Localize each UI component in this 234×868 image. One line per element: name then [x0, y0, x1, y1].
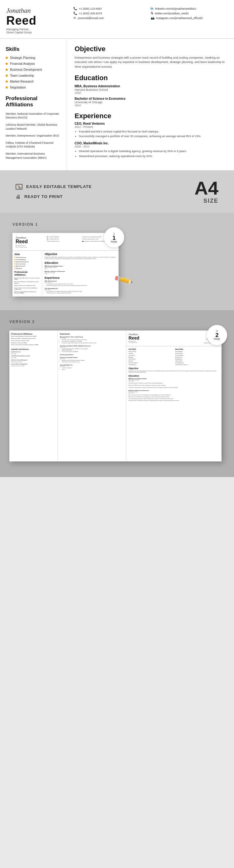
name-section: Jonathan Reed Managing Partner, Stone Ca…	[6, 7, 67, 34]
contact-phone1: 📞 +1 (555) 123-4567	[73, 7, 151, 10]
skill-dot-2	[6, 63, 8, 65]
job-1-bullets: Directed operations for a digital market…	[75, 149, 227, 158]
skill-strategic-planning: Strategic Planning	[6, 56, 62, 60]
job-0-period: 2012 - Present	[75, 125, 227, 128]
page1-badge: 1 1 PAGE	[104, 227, 124, 248]
skill-dot-6	[6, 86, 8, 89]
contact-phone2: 📞 +1 (920) 205-6275	[73, 11, 151, 15]
edit-icon: ✏️	[16, 184, 23, 190]
affiliation-4: Member, International Business Managemen…	[6, 152, 62, 160]
affiliation-1: Advisory Board Member, Global Business L…	[6, 123, 62, 131]
edu-degree-1: Bachelor of Science in Economics Univers…	[75, 97, 227, 107]
skill-financial-analysis: Financial Analysis	[6, 62, 62, 65]
skill-team-leadership: Team Leadership	[6, 74, 62, 77]
job-1-title: COO, MarketMinds Inc.	[75, 142, 227, 145]
affiliations-title: Professional Affiliations	[6, 95, 62, 108]
skill-negotiation: Negotiation	[6, 86, 62, 89]
skill-market-research: Market Research	[6, 80, 62, 83]
phone2-icon: 📞	[73, 11, 77, 15]
v2-skills-area: Soft Skills Strategic Thinking Leadershi…	[126, 346, 222, 367]
template-features: ✏️ EASILY EDITABLE TEMPLATE 🖨 READY TO P…	[16, 184, 92, 199]
a4-size-text: A4	[194, 179, 218, 198]
contact-instagram: 📷 instagram.com/jonathanreed_official2	[151, 16, 228, 20]
skill-dot-1	[6, 57, 8, 59]
resume-header: Jonathan Reed Managing Partner, Stone Ca…	[0, 0, 234, 39]
feature-1-row: ✏️ EASILY EDITABLE TEMPLATE	[16, 184, 92, 190]
contact-left: 📞 +1 (555) 123-4567 📞 +1 (920) 205-6275 …	[73, 7, 151, 34]
mini-last-name: Reed	[16, 239, 44, 244]
size-sub-label: SIZE	[194, 198, 218, 204]
linkedin-icon: in	[151, 7, 153, 10]
job-1-period: 2008 - 2012	[75, 145, 227, 148]
v2-middle: Experience Managing Partner, Stone Capit…	[58, 331, 126, 461]
v2-objective: Objective Entrepreneur and business stra…	[126, 367, 222, 375]
mini-resume-v2: Professional Affiliations Member, Nation…	[9, 331, 222, 461]
person-company: Stone Capital Group	[6, 31, 67, 34]
email-icon: ✉	[73, 16, 76, 20]
contact-email: ✉ yourmail@email.com	[73, 16, 151, 20]
version2-label: VERSION 2	[9, 319, 225, 324]
experience-title: Experience	[75, 112, 227, 120]
skill-business-development: Business Development	[6, 68, 62, 71]
edu-year-1: 2004	[75, 104, 227, 107]
version2-section: VERSION 2 2 2 PAGE Professional Affiliat…	[0, 310, 234, 477]
last-name: Reed	[6, 14, 67, 27]
job-0-bullets: Founded and led a venture capital firm f…	[75, 130, 227, 138]
resume-body: Skills Strategic Planning Financial Anal…	[0, 39, 234, 170]
a4-badge: A4 SIZE	[194, 179, 218, 204]
job-0-title: CEO, Reed Ventures	[75, 122, 227, 125]
mini-subtitle: Managing Partner,Stone Capital Group	[16, 245, 44, 248]
phone-icon: 📞	[73, 7, 77, 10]
mini-header: Jonathan Reed Managing Partner,Stone Cap…	[12, 233, 119, 251]
affiliation-3: Fellow, Institute of Chartered Financial…	[6, 141, 62, 149]
skill-dot-4	[6, 74, 8, 77]
experience-section: Experience CEO, Reed Ventures 2012 - Pre…	[75, 112, 227, 158]
job-0-bullet-0: Founded and led a venture capital firm f…	[79, 130, 227, 134]
skills-section: Skills Strategic Planning Financial Anal…	[6, 46, 62, 89]
mini-left-col: Skills Strategic Planning Financial Anal…	[12, 251, 42, 297]
edu-school-0: Harvard Business School	[75, 88, 227, 91]
version1-section: VERSION 1 1 1 PAGE Jonathan Reed Managin…	[0, 213, 234, 310]
feature-2-label: READY TO PRINT	[24, 194, 63, 199]
print-icon: 🖨	[16, 194, 21, 199]
affiliation-0: Member, National Association of Corporat…	[6, 112, 62, 120]
contact-right: in linkedin.com/in/jonathanreedbiz2 𝕏 tw…	[151, 7, 228, 34]
skill-dot-5	[6, 81, 8, 83]
job-0: CEO, Reed Ventures 2012 - Present Founde…	[75, 122, 227, 138]
version1-label: VERSION 1	[12, 222, 222, 227]
job-1-bullet-1: Streamlined processes, reducing operatio…	[79, 154, 227, 158]
mini-contact-left: 📞 +1 (555) 123-4567 📞 +1 (920) 205-6275 …	[47, 236, 80, 248]
version1-preview-container: 1 1 PAGE Jonathan Reed Managing Partner,…	[12, 233, 119, 297]
feature-2-row: 🖨 READY TO PRINT	[16, 194, 92, 199]
skills-title: Skills	[6, 46, 62, 52]
twitter-icon: 𝕏	[151, 11, 153, 15]
job-0-bullet-1: Successfully managed a portfolio of over…	[79, 134, 227, 138]
job-1: COO, MarketMinds Inc. 2008 - 2012 Direct…	[75, 142, 227, 158]
left-column: Skills Strategic Planning Financial Anal…	[0, 39, 67, 170]
mini-right-col: Objective Entrepreneur and business stra…	[42, 251, 119, 297]
v2-left: Professional Affiliations Member, Nation…	[9, 331, 58, 461]
v2-right: Jonathan Reed Managing Partner,Stone Cap…	[126, 331, 222, 461]
edu-degree-0: MBA, Business Administration Harvard Bus…	[75, 85, 227, 94]
objective-text: Entrepreneur and business strategist wit…	[75, 56, 227, 69]
page2-badge: 2 2 PAGE	[207, 325, 227, 345]
edu-degree-1-name: Bachelor of Science in Economics	[75, 97, 227, 100]
education-title: Education	[75, 74, 227, 82]
affiliations-section: Professional Affiliations Member, Nation…	[6, 95, 62, 160]
template-info-section: ✏️ EASILY EDITABLE TEMPLATE 🖨 READY TO P…	[0, 170, 234, 213]
mini-resume-v1: Jonathan Reed Managing Partner,Stone Cap…	[12, 233, 119, 297]
person-title: Managing Partner,	[6, 28, 67, 31]
instagram-icon: 📷	[151, 16, 154, 20]
job-1-bullet-0: Directed operations for a digital market…	[79, 149, 227, 153]
objective-section: Objective Entrepreneur and business stra…	[75, 45, 227, 69]
mini-name: Jonathan Reed Managing Partner,Stone Cap…	[16, 236, 44, 248]
mini-body: Skills Strategic Planning Financial Anal…	[12, 251, 119, 297]
first-name: Jonathan	[6, 7, 67, 14]
edu-year-0: 2008	[75, 91, 227, 94]
feature-1-label: EASILY EDITABLE TEMPLATE	[26, 184, 92, 189]
version2-preview-container: 2 2 PAGE Professional Affiliations Membe…	[9, 331, 222, 461]
v2-education: Education MBA, Business Administration H…	[126, 375, 222, 403]
contact-twitter: 𝕏 twitter.com/jonathan_reed2	[151, 11, 228, 15]
right-column: Objective Entrepreneur and business stra…	[67, 39, 234, 170]
edu-degree-0-name: MBA, Business Administration	[75, 85, 227, 88]
